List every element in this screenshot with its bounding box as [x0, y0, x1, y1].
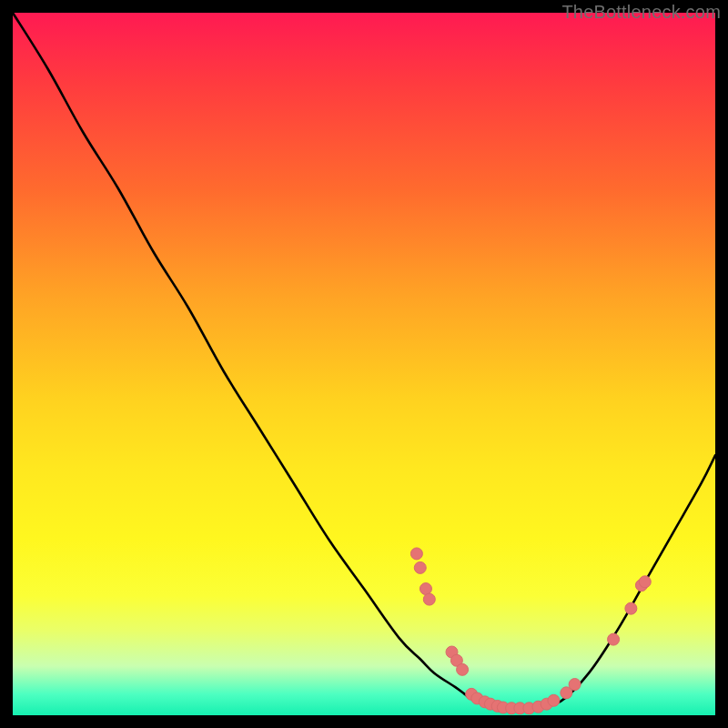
curve-marker [423, 593, 435, 605]
curve-marker [548, 694, 560, 706]
curve-marker [608, 633, 620, 645]
curve-markers [410, 548, 651, 714]
curve-marker [410, 548, 422, 560]
watermark-text: TheBottleneck.com [561, 2, 721, 23]
chart-plot-area [13, 13, 715, 715]
curve-marker [639, 576, 651, 588]
curve-marker [420, 583, 431, 595]
curve-marker [457, 663, 469, 675]
bottleneck-curve [13, 13, 715, 709]
chart-svg [13, 13, 715, 715]
curve-marker [625, 602, 637, 614]
curve-marker [414, 561, 426, 573]
curve-marker [569, 679, 581, 691]
